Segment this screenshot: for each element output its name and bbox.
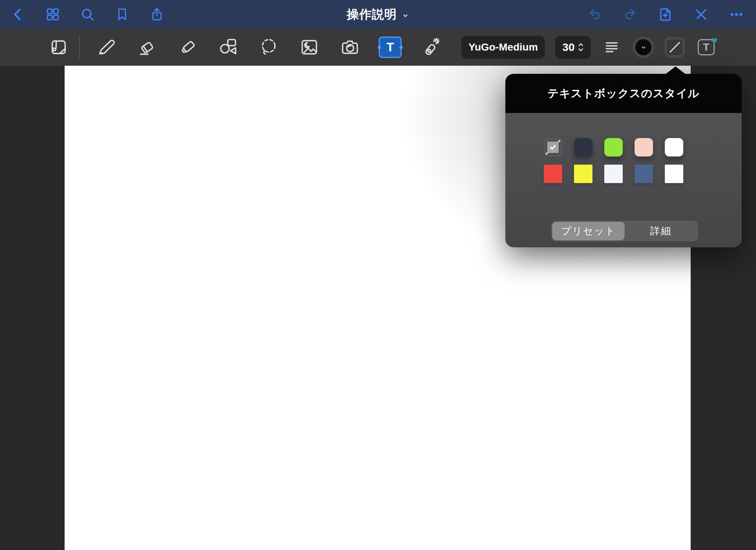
image-tool-button[interactable]	[298, 35, 321, 59]
pen-icon	[96, 37, 117, 58]
share-icon	[149, 7, 165, 22]
selection-handle-icon	[399, 46, 403, 49]
laser-pointer-icon	[420, 37, 441, 58]
nav-bar: 操作説明	[0, 0, 756, 29]
popover-title: テキストボックスのスタイル	[547, 86, 700, 101]
shapes-tool-button[interactable]	[216, 35, 240, 59]
align-left-icon	[604, 40, 619, 55]
lasso-tool-button[interactable]	[257, 35, 281, 59]
highlighter-tool-button[interactable]	[176, 35, 199, 59]
heart-icon: ♥	[711, 35, 718, 46]
preset-swatch[interactable]	[635, 138, 653, 157]
preset-row-2	[505, 165, 742, 183]
edit-mode-toggle-button[interactable]	[693, 6, 709, 23]
chevron-left-icon	[10, 7, 26, 22]
preset-swatch[interactable]	[604, 165, 623, 183]
current-color-swatch	[635, 39, 652, 55]
ellipsis-icon	[729, 7, 744, 22]
toolbar: T YuGo-Medium 30	[0, 29, 756, 66]
font-family-button[interactable]: YuGo-Medium	[461, 36, 545, 59]
grid-icon	[45, 7, 61, 22]
text-align-button[interactable]	[601, 37, 622, 58]
share-button[interactable]	[148, 6, 165, 23]
camera-tool-button[interactable]	[338, 35, 362, 59]
text-color-button[interactable]	[633, 37, 654, 58]
selection-handle-icon	[378, 46, 381, 49]
stepper-chevrons-icon	[578, 41, 584, 53]
preset-swatch-current[interactable]	[544, 138, 562, 157]
notes-app: 操作説明	[0, 0, 756, 550]
text-tool-glyph: T	[386, 40, 394, 54]
preset-swatch[interactable]	[665, 165, 683, 183]
preset-swatch[interactable]	[544, 165, 562, 183]
search-button[interactable]	[79, 6, 96, 23]
pen-crossed-icon	[693, 7, 709, 22]
redo-icon	[622, 7, 638, 22]
undo-button[interactable]	[586, 6, 603, 23]
nav-left-group	[0, 6, 165, 23]
popover-arrow	[666, 66, 685, 74]
preset-swatch[interactable]	[665, 138, 683, 157]
stroke-style-button[interactable]	[664, 37, 685, 58]
preset-swatch[interactable]	[604, 138, 623, 157]
laser-pointer-tool-button[interactable]	[419, 35, 442, 59]
text-tool-button[interactable]: T	[379, 37, 402, 58]
chevron-down-icon	[640, 44, 647, 51]
camera-icon	[339, 37, 361, 58]
more-options-button[interactable]	[728, 6, 745, 23]
checkmark-icon	[547, 142, 559, 153]
bookmark-button[interactable]	[114, 6, 131, 23]
page-curl-icon	[48, 37, 69, 58]
text-box-glyph: T	[703, 42, 709, 53]
toolbar-divider	[79, 36, 80, 59]
text-options-group: YuGo-Medium 30	[461, 36, 717, 59]
pen-tool-button[interactable]	[94, 35, 118, 59]
popover-body: プリセット詳細	[505, 113, 742, 247]
page-thumbnails-button[interactable]	[44, 6, 61, 23]
popover-header: テキストボックスのスタイル	[505, 74, 742, 113]
add-page-icon	[658, 7, 673, 22]
font-name-label: YuGo-Medium	[468, 41, 538, 53]
add-page-button[interactable]	[657, 6, 674, 23]
text-box-style-popover: テキストボックスのスタイル プリセット詳細	[505, 74, 742, 247]
preset-swatch[interactable]	[574, 165, 592, 183]
eraser-tool-button[interactable]	[135, 35, 159, 59]
text-box-style-button[interactable]: T ♥	[695, 37, 717, 58]
preset-swatch[interactable]	[574, 138, 592, 157]
nav-right-group	[586, 6, 756, 23]
highlighter-icon	[177, 37, 198, 58]
segment-advanced[interactable]: 詳細	[625, 222, 697, 240]
segment-preset[interactable]: プリセット	[552, 222, 625, 240]
diagonal-stroke-icon	[667, 40, 682, 55]
search-icon	[80, 7, 95, 22]
chevron-down-icon	[401, 11, 409, 20]
eraser-icon	[136, 37, 158, 58]
redo-button[interactable]	[622, 6, 639, 23]
image-icon	[299, 37, 320, 58]
segmented-control: プリセット詳細	[551, 221, 698, 241]
shapes-icon	[217, 37, 239, 58]
back-button[interactable]	[10, 6, 27, 23]
preset-row-1	[505, 138, 742, 157]
font-size-value: 30	[562, 41, 574, 54]
font-size-stepper[interactable]: 30	[555, 36, 591, 59]
document-title-button[interactable]: 操作説明	[347, 6, 409, 23]
lasso-icon	[258, 37, 279, 58]
preset-swatch[interactable]	[635, 165, 653, 183]
bookmark-icon	[114, 7, 130, 22]
tool-group: T	[94, 35, 442, 59]
page-title: 操作説明	[347, 6, 397, 23]
undo-icon	[587, 7, 602, 22]
page-panel-button[interactable]	[47, 35, 70, 59]
